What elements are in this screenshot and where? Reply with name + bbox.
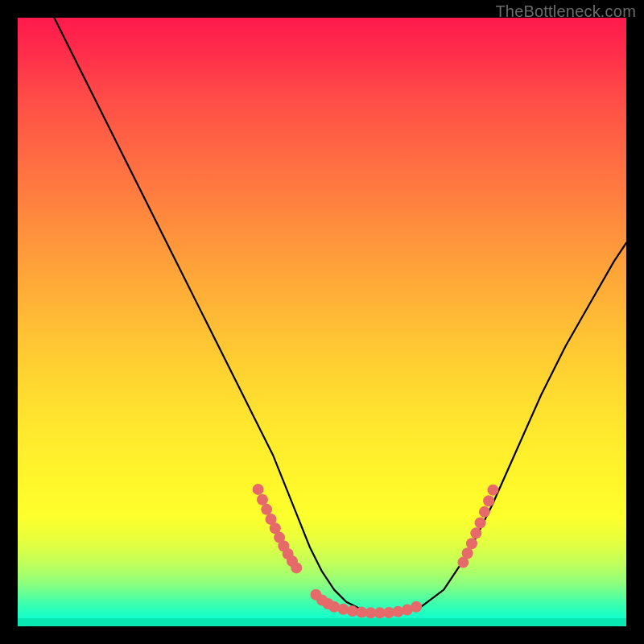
- marker-dot: [470, 527, 481, 539]
- marker-dot: [483, 495, 494, 506]
- marker-dot: [487, 485, 498, 496]
- marker-dot: [462, 547, 473, 559]
- marker-dot: [253, 484, 264, 495]
- marker-dot: [257, 494, 268, 506]
- bottleneck-curve: [54, 18, 626, 613]
- marker-dots: [253, 484, 499, 618]
- chart-frame: TheBottleneck.com: [0, 0, 644, 644]
- curve-svg: [18, 18, 626, 626]
- marker-dot: [466, 538, 477, 549]
- marker-dot: [411, 601, 422, 613]
- plot-area: [18, 18, 626, 626]
- marker-dot: [479, 506, 490, 518]
- marker-dot: [261, 504, 272, 515]
- marker-dot: [291, 562, 302, 573]
- marker-dot: [475, 517, 486, 528]
